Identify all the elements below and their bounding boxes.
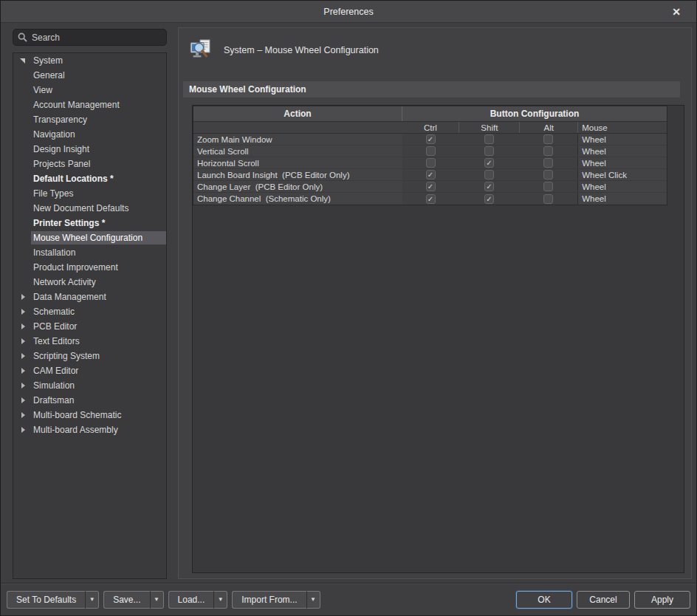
sidebar-item-label: System xyxy=(31,54,166,67)
cancel-button[interactable]: Cancel xyxy=(577,591,630,609)
sidebar-item-transparency[interactable]: Transparency xyxy=(13,112,166,127)
titlebar: Preferences ✕ xyxy=(1,1,696,23)
shift-checkbox[interactable]: ✓ xyxy=(484,194,494,204)
mouse-cell[interactable]: Wheel xyxy=(577,157,667,168)
tree-collapsed-icon[interactable] xyxy=(20,397,27,404)
alt-checkbox[interactable] xyxy=(543,158,553,168)
alt-checkbox[interactable] xyxy=(543,170,553,179)
alt-checkbox[interactable] xyxy=(543,182,553,191)
ctrl-checkbox[interactable] xyxy=(426,146,436,156)
window-title: Preferences xyxy=(323,7,373,17)
load-button[interactable]: Load... xyxy=(168,591,214,609)
sidebar-item-label: Projects Panel xyxy=(31,157,166,171)
mouse-wheel-table: Action Button Configuration Ctrl Shift A… xyxy=(193,106,667,205)
sidebar-item-label: Account Management xyxy=(31,98,166,112)
table-header-subcolumns: Ctrl Shift Alt Mouse xyxy=(193,122,667,134)
alt-checkbox[interactable] xyxy=(543,134,553,144)
tree-collapsed-icon[interactable] xyxy=(20,368,27,374)
shift-checkbox[interactable] xyxy=(484,146,494,156)
sidebar-item-cam-editor[interactable]: CAM Editor xyxy=(13,363,166,378)
shift-checkbox[interactable] xyxy=(484,134,494,144)
table-row[interactable]: Change Channel (Schematic Only) ✓ ✓ Whee… xyxy=(193,193,667,205)
sidebar-item-design-insight[interactable]: Design Insight xyxy=(13,142,166,157)
section-header: Mouse Wheel Configuration xyxy=(183,81,680,97)
sidebar-item-product-improvement[interactable]: Product Improvement xyxy=(13,260,166,275)
set-to-defaults-button[interactable]: Set To Defaults xyxy=(7,591,85,609)
sidebar-item-label: New Document Defaults xyxy=(31,202,166,215)
sidebar-item-schematic[interactable]: Schematic xyxy=(13,304,166,319)
column-header-action: Action xyxy=(193,106,402,121)
sidebar-item-account-management[interactable]: Account Management xyxy=(13,97,166,112)
sidebar-item-installation[interactable]: Installation xyxy=(13,245,166,260)
sidebar-item-label: Mouse Wheel Configuration xyxy=(31,231,166,244)
table-row[interactable]: Change Layer (PCB Editor Only) ✓ ✓ Wheel xyxy=(193,181,667,193)
tree-collapsed-icon[interactable] xyxy=(20,412,27,419)
mouse-cell[interactable]: Wheel xyxy=(577,181,667,192)
table-row[interactable]: Launch Board Insight (PCB Editor Only) ✓… xyxy=(193,169,667,181)
ctrl-checkbox[interactable] xyxy=(426,158,436,168)
sidebar-item-draftsman[interactable]: Draftsman xyxy=(13,393,166,408)
sidebar-item-system[interactable]: System xyxy=(13,53,166,68)
table-row[interactable]: Zoom Main Window ✓ Wheel xyxy=(193,134,667,146)
mouse-cell[interactable]: Wheel xyxy=(577,146,667,157)
mouse-cell[interactable]: Wheel Click xyxy=(577,169,667,180)
ctrl-checkbox[interactable]: ✓ xyxy=(426,194,436,204)
shift-checkbox[interactable] xyxy=(484,170,494,179)
tree-collapsed-icon[interactable] xyxy=(20,427,27,434)
sidebar-item-multi-board-schematic[interactable]: Multi-board Schematic xyxy=(13,408,166,422)
sidebar-item-network-activity[interactable]: Network Activity xyxy=(13,275,166,290)
sidebar-item-text-editors[interactable]: Text Editors xyxy=(13,334,166,349)
table-row[interactable]: Horizontal Scroll ✓ Wheel xyxy=(193,157,667,169)
section-title: Mouse Wheel Configuration xyxy=(189,84,306,95)
sidebar-item-data-management[interactable]: Data Management xyxy=(13,290,166,304)
alt-checkbox[interactable] xyxy=(543,146,553,156)
tree-collapsed-icon[interactable] xyxy=(20,383,27,389)
save-dropdown chevron-down-icon[interactable]: ▼ xyxy=(150,591,164,609)
sidebar-item-projects-panel[interactable]: Projects Panel xyxy=(13,157,166,171)
ctrl-checkbox[interactable]: ✓ xyxy=(426,134,436,144)
load-split-button: Load... ▼ xyxy=(168,591,228,609)
action-cell: Zoom Main Window xyxy=(193,134,402,145)
tree-expanded-icon[interactable] xyxy=(20,58,27,64)
sidebar-item-simulation[interactable]: Simulation xyxy=(13,378,166,393)
shift-checkbox[interactable]: ✓ xyxy=(484,182,494,191)
tree-collapsed-icon[interactable] xyxy=(20,324,27,330)
ok-button[interactable]: OK xyxy=(516,591,572,609)
tree-collapsed-icon[interactable] xyxy=(20,294,27,301)
sidebar-item-general[interactable]: General xyxy=(13,68,166,83)
sidebar-item-scripting-system[interactable]: Scripting System xyxy=(13,349,166,363)
sidebar-item-multi-board-assembly[interactable]: Multi-board Assembly xyxy=(13,422,166,437)
save-button[interactable]: Save... xyxy=(103,591,149,609)
search-input[interactable] xyxy=(32,32,150,43)
mouse-cell[interactable]: Wheel xyxy=(577,193,667,205)
shift-checkbox[interactable]: ✓ xyxy=(484,158,494,168)
sidebar-item-label: Multi-board Assembly xyxy=(31,423,166,437)
sidebar-item-default-locations[interactable]: Default Locations * xyxy=(13,171,166,186)
apply-button[interactable]: Apply xyxy=(634,591,690,609)
close-icon[interactable]: ✕ xyxy=(668,4,684,20)
action-cell: Vertical Scroll xyxy=(193,146,402,157)
load-dropdown chevron-down-icon[interactable]: ▼ xyxy=(213,591,227,609)
sidebar-item-new-document-defaults[interactable]: New Document Defaults xyxy=(13,201,166,216)
import-from-dropdown chevron-down-icon[interactable]: ▼ xyxy=(306,591,320,609)
sidebar-item-label: Navigation xyxy=(31,128,166,141)
tree-collapsed-icon[interactable] xyxy=(20,309,27,315)
ctrl-checkbox[interactable]: ✓ xyxy=(426,170,436,179)
search-box[interactable] xyxy=(13,29,167,46)
sidebar-item-printer-settings[interactable]: Printer Settings * xyxy=(13,216,166,230)
sidebar-item-navigation[interactable]: Navigation xyxy=(13,127,166,142)
sidebar-item-pcb-editor[interactable]: PCB Editor xyxy=(13,319,166,334)
ctrl-checkbox[interactable]: ✓ xyxy=(426,182,436,191)
mouse-cell[interactable]: Wheel xyxy=(577,134,667,145)
tree-collapsed-icon[interactable] xyxy=(20,338,27,345)
sidebar-item-label: Network Activity xyxy=(31,276,166,289)
table-row[interactable]: Vertical Scroll Wheel xyxy=(193,146,667,157)
import-from-button[interactable]: Import From... xyxy=(232,591,306,609)
sidebar-item-mouse-wheel-configuration[interactable]: Mouse Wheel Configuration xyxy=(13,230,166,245)
sidebar-item-view[interactable]: View xyxy=(13,83,166,97)
alt-checkbox[interactable] xyxy=(543,194,553,204)
tree-collapsed-icon[interactable] xyxy=(20,353,27,360)
save-split-button: Save... ▼ xyxy=(103,591,163,609)
set-to-defaults-dropdown chevron-down-icon[interactable]: ▼ xyxy=(85,591,99,609)
sidebar-item-file-types[interactable]: File Types xyxy=(13,186,166,201)
